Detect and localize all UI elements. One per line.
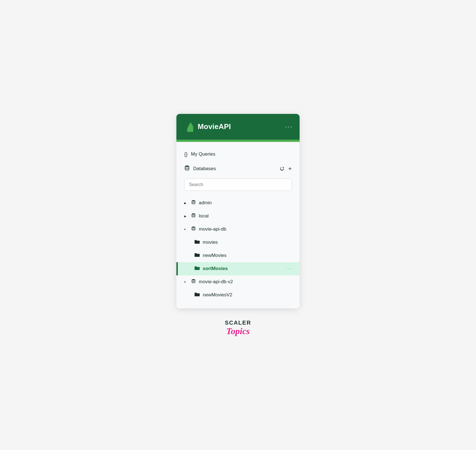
collection-name-sortMovies: sortMovies — [203, 266, 228, 271]
svg-point-3 — [192, 226, 195, 228]
svg-point-1 — [192, 200, 195, 201]
curly-braces-icon: {} — [184, 151, 188, 157]
collection-name-newMoviesV2: newMoviesV2 — [203, 292, 232, 298]
chevron-right-icon: ▶ — [184, 201, 188, 205]
collection-sortMovies[interactable]: sortMovies ··· — [176, 262, 300, 275]
svg-point-2 — [192, 213, 195, 214]
tree-list: ▶ admin ▶ — [176, 195, 300, 303]
sidebar-body: {} My Queries Databases — [176, 142, 300, 308]
collection-newMovies[interactable]: newMovies — [176, 249, 300, 262]
my-queries-item[interactable]: {} My Queries — [176, 147, 300, 161]
collection-more-button[interactable]: ··· — [286, 266, 292, 271]
header-more-button[interactable]: ··· — [285, 124, 293, 130]
my-queries-label: My Queries — [191, 151, 215, 157]
svg-point-0 — [185, 166, 189, 167]
folder-icon-sortMovies — [194, 266, 200, 272]
db-name-movie-api-db-v2: movie-api-db-v2 — [199, 279, 233, 285]
db-name-local: local — [199, 213, 209, 219]
add-database-button[interactable]: + — [288, 165, 292, 172]
collection-name-newMovies: newMovies — [203, 253, 227, 258]
accent-bar — [176, 140, 300, 142]
folder-icon-newMoviesV2 — [194, 292, 200, 298]
databases-actions: + — [279, 165, 292, 172]
tree-item-movie-api-db[interactable]: ▾ movie-api-db — [176, 223, 300, 236]
tree-item-movie-api-db-v2[interactable]: ▾ movie-api-db-v2 — [176, 275, 300, 289]
refresh-icon — [279, 166, 285, 172]
search-container — [176, 176, 300, 195]
db-stack-icon-movie-api-db — [191, 226, 196, 233]
panel-wrapper: MovieAPI ··· {} My Queries — [176, 114, 300, 336]
sidebar-header: MovieAPI ··· — [176, 114, 300, 140]
chevron-down-icon-movie-api-db: ▾ — [184, 228, 188, 231]
folder-icon-newMovies — [194, 252, 200, 259]
branding-topics-text: Topics — [225, 326, 251, 336]
chevron-down-icon-movie-api-db-v2: ▾ — [184, 280, 188, 283]
db-stack-icon-admin — [191, 200, 196, 206]
branding: SCALER Topics — [225, 320, 251, 336]
chevron-right-icon-local: ▶ — [184, 215, 188, 218]
folder-icon-movies — [194, 239, 200, 246]
collection-movies[interactable]: movies — [176, 236, 300, 249]
collection-newMoviesV2[interactable]: newMoviesV2 — [176, 289, 300, 302]
branding-scaler-text: SCALER — [225, 320, 251, 326]
db-stack-icon-local — [191, 213, 196, 219]
refresh-button[interactable] — [279, 166, 285, 172]
db-stack-icon-movie-api-db-v2 — [191, 279, 196, 285]
databases-label: Databases — [193, 166, 279, 172]
collection-name-movies: movies — [203, 240, 218, 245]
sidebar: MovieAPI ··· {} My Queries — [176, 114, 300, 308]
svg-point-4 — [192, 279, 195, 280]
db-name-admin: admin — [199, 200, 212, 206]
databases-row[interactable]: Databases + — [176, 161, 300, 176]
mongo-leaf-icon — [183, 122, 193, 132]
tree-item-local[interactable]: ▶ local — [176, 210, 300, 223]
tree-item-admin[interactable]: ▶ admin — [176, 196, 300, 210]
app-title: MovieAPI — [198, 122, 231, 131]
header-left: MovieAPI — [183, 122, 231, 132]
databases-icon — [184, 165, 190, 172]
search-input[interactable] — [184, 179, 292, 191]
db-name-movie-api-db: movie-api-db — [199, 226, 226, 232]
